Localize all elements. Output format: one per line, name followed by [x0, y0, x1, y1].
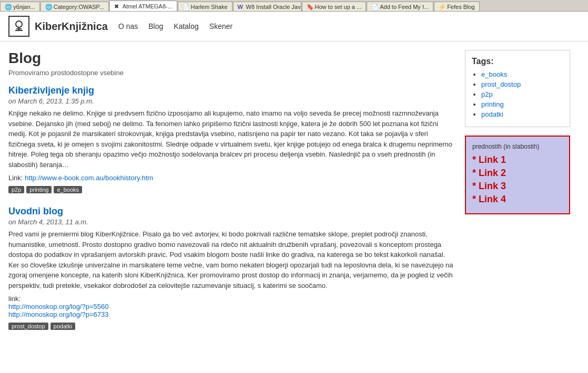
nav-onas[interactable]: O nas	[118, 22, 138, 30]
sidebar: Tags: e_books prost_dostop p2p printing …	[465, 50, 570, 343]
page-title: Blog	[8, 50, 454, 67]
tab-favicon-1: 🌐	[5, 4, 11, 10]
sidebar-tags-box: Tags: e_books prost_dostop p2p printing …	[465, 50, 570, 127]
tab-5[interactable]: W W8 Install Oracle Jav...	[233, 2, 301, 11]
tab-favicon-2: 🌐	[45, 4, 52, 10]
sidebar-tag-3: printing	[481, 100, 563, 108]
post-1-link[interactable]: http://www.e-book.com.au/bookhistory.htm	[25, 174, 153, 182]
sidebar-tags-list: e_books prost_dostop p2p printing podatk…	[472, 70, 563, 118]
logo-icon	[8, 16, 29, 37]
logo-svg	[12, 19, 26, 34]
tab-favicon-8: ⚡	[439, 4, 445, 10]
sidebar-tag-2: p2p	[481, 90, 563, 98]
tab-2[interactable]: 🌐 Category:OWASP...	[40, 2, 109, 11]
browser-tabs: 🌐 ублjan... 🌐 Category:OWASP... ✖ Atmel …	[0, 0, 588, 12]
post-2-tag-1[interactable]: podatki	[50, 323, 75, 330]
tab-4[interactable]: 📄 Harlem Shake	[178, 2, 232, 11]
post-1-title[interactable]: Kiberživljenje knjig	[8, 85, 94, 96]
overlay-link-3[interactable]: * Link 4	[472, 194, 563, 205]
post-2-tags: prost_dostop podatki	[8, 323, 454, 330]
tab-3-active[interactable]: ✖ Atmel ATMEGA8-...	[109, 1, 177, 11]
post-1-date: on March 6, 2013, 1:35 p.m.	[8, 97, 454, 105]
overlay-link-0[interactable]: * Link 1	[472, 154, 563, 165]
post-2-body: Pred vami je premiermi blog KiberKnjižni…	[8, 229, 454, 291]
post-2-link-label: link:	[8, 295, 454, 303]
site-nav: O nas Blog Katalog Skener	[118, 22, 232, 30]
nav-katalog[interactable]: Katalog	[174, 22, 198, 30]
page-subtitle: Promoviramo prostodostopne vsebine	[8, 69, 454, 77]
post-1-tag-2[interactable]: e_books	[54, 186, 82, 193]
main-container: Blog Promoviramo prostodostopne vsebine …	[0, 42, 579, 351]
nav-skener[interactable]: Skener	[209, 22, 232, 30]
post-1-tag-0[interactable]: p2p	[8, 186, 24, 193]
overlay-text: prednostih (in slabostih)	[472, 143, 563, 150]
post-2-link-1[interactable]: http://monoskop.org/log/?p=6733	[8, 310, 454, 318]
tab-favicon-4: 📄	[183, 4, 189, 10]
post-1: Kiberživljenje knjig on March 6, 2013, 1…	[8, 85, 454, 193]
overlay-link-1[interactable]: * Link 2	[472, 168, 563, 179]
tab-8[interactable]: ⚡ Fefes Blog	[434, 2, 480, 11]
site-header: KiberKnjižnica O nas Blog Katalog Skener	[0, 12, 588, 42]
sidebar-tag-1: prost_dostop	[481, 80, 563, 88]
tab-7[interactable]: 📄 Add to Feed My I...	[367, 2, 433, 11]
post-2: Uvodni blog on March 4, 2013, 11 a.m. Pr…	[8, 206, 454, 330]
tab-favicon-6: 🔖	[307, 4, 313, 10]
post-2-link-0[interactable]: http://monoskop.org/log/?p=5560	[8, 303, 454, 310]
post-2-title[interactable]: Uvodni blog	[8, 206, 63, 216]
content-area: Blog Promoviramo prostodostopne vsebine …	[8, 50, 454, 343]
sidebar-overlay: prednostih (in slabostih) * Link 1 * Lin…	[465, 136, 570, 214]
tab-favicon-3: ✖	[114, 3, 120, 9]
nav-blog[interactable]: Blog	[148, 22, 163, 30]
post-1-tag-1[interactable]: printing	[26, 186, 52, 193]
svg-point-0	[16, 21, 22, 27]
post-2-links: http://monoskop.org/log/?p=5560 http://m…	[8, 303, 454, 318]
overlay-link-2[interactable]: * Link 3	[472, 181, 563, 192]
sidebar-tag-0: e_books	[481, 70, 563, 78]
sidebar-tags-title: Tags:	[472, 57, 563, 66]
tab-favicon-5: W	[238, 4, 244, 10]
post-1-body: Knjige nekako ne delimo. Knjige si predv…	[8, 108, 454, 170]
post-1-link-label: Link: http://www.e-book.com.au/bookhisto…	[8, 174, 454, 182]
tab-favicon-7: 📄	[371, 4, 378, 10]
overlay-links: * Link 1 * Link 2 * Link 3 * Link 4	[472, 154, 563, 205]
tab-6[interactable]: 🔖 How to set up a ...	[302, 2, 367, 11]
post-1-tags: p2p printing e_books	[8, 186, 454, 193]
post-2-tag-0[interactable]: prost_dostop	[8, 323, 48, 330]
site-logo: KiberKnjižnica	[8, 16, 108, 37]
tab-1[interactable]: 🌐 ублjan...	[0, 2, 40, 11]
sidebar-tag-4: podatki	[481, 110, 563, 118]
post-2-date: on March 4, 2013, 11 a.m.	[8, 218, 454, 226]
site-title: KiberKnjižnica	[35, 20, 108, 33]
